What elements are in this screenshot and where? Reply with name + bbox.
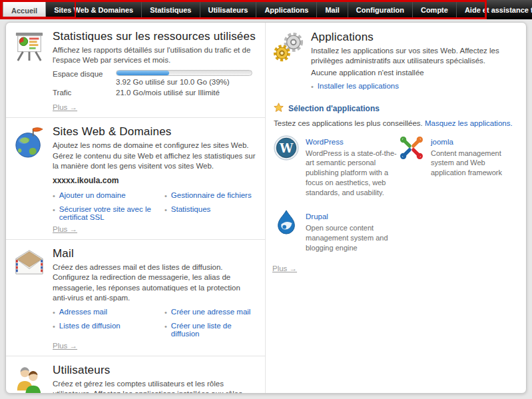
tab-compte[interactable]: Compte [413,0,457,19]
top-navigation-bar: Accueil Sites Web & Domaines Statistique… [0,0,532,19]
main-panel: Statistiques sur les ressources utilisée… [5,22,527,394]
users-icon [14,364,53,394]
mail-title: Mail [53,247,257,260]
applications-description: Installez les applications sur vos sites… [311,46,517,66]
app-card-drupal: Drupal Open source content management sy… [274,210,399,253]
link-secure-ssl[interactable]: Sécuriser votre site avec le certificat … [59,205,159,221]
link-add-domain[interactable]: Ajouter un domaine [59,191,126,199]
disk-usage-text: 3.92 Go utilisé sur 10.0 Go (39%) [116,78,257,86]
bullet-icon: • [164,205,167,214]
resource-stats-description: Affichez les rapports détaillés sur l'ut… [53,45,257,65]
section-websites-domains: Sites Web & Domaines Ajoutez les noms de… [6,117,265,239]
link-install-applications[interactable]: Installer les applications [318,82,399,90]
traffic-label: Trafic [53,89,116,97]
bullet-icon: • [53,205,55,214]
websites-domains-description: Ajoutez les noms de domaine et configure… [53,141,257,171]
hide-applications-link[interactable]: Masquez les applications. [425,119,513,127]
featured-apps-heading: Sélection d'applications [288,104,380,113]
drupal-link[interactable]: Drupal [306,212,328,220]
users-title: Utilisateurs [53,364,257,377]
tab-configuration[interactable]: Configuration [348,0,413,19]
link-mail-addresses[interactable]: Adresses mail [59,308,107,316]
websites-domains-more-link[interactable]: Plus → [53,225,77,233]
applications-status-text: Aucune application n'est installée [311,69,517,77]
drupal-description: Open source content management system an… [306,223,399,253]
featured-apps-intro: Testez ces applications les plus conseil… [274,119,423,127]
featured-apps-more-link[interactable]: Plus → [272,264,297,272]
domain-name: xxxxx.ikoula.com [53,176,257,185]
app-card-joomla: joomla Content management system and Web… [399,135,517,198]
link-create-mail-address[interactable]: Créer une adresse mail [171,308,251,316]
disk-space-row: Espace disque 3.92 Go utilisé sur 10.0 G… [53,70,257,86]
bullet-icon: • [164,191,167,200]
traffic-row: Trafic 21.0 Go/mois utilisé sur Illimité [53,89,257,97]
tab-utilisateurs[interactable]: Utilisateurs [200,0,257,19]
bullet-icon: • [164,322,167,331]
bullet-icon: • [164,308,167,317]
websites-domains-title: Sites Web & Domaines [53,125,257,139]
link-statistics[interactable]: Statistiques [171,205,210,213]
link-file-manager[interactable]: Gestionnaire de fichiers [171,191,252,199]
star-icon [274,103,284,115]
tab-accueil[interactable]: Accueil [3,1,46,19]
tab-statistiques[interactable]: Statistiques [142,0,200,19]
bullet-icon: • [53,322,55,331]
bullet-icon: • [53,308,55,317]
section-mail: Mail Créez des adresses mail et des list… [6,239,265,356]
globe-flag-icon [14,125,53,236]
link-create-mailing-list[interactable]: Créer une liste de diffusion [171,322,257,338]
bullet-icon: • [53,191,55,200]
disk-usage-progress-fill [117,71,169,75]
joomla-link[interactable]: joomla [431,138,453,146]
users-description: Créez et gérez les comptes utilisateurs … [53,379,257,394]
svg-text:W: W [279,141,294,155]
section-resource-stats: Statistiques sur les ressources utilisée… [6,23,265,117]
wordpress-link[interactable]: WordPress [306,138,344,146]
app-card-wordpress: W WordPress WordPress is a state-of-the-… [274,135,399,198]
gears-icon [272,31,311,92]
bullet-icon: • [311,82,314,91]
left-column: Statistiques sur les ressources utilisée… [6,23,266,393]
disk-space-label: Espace disque [53,70,116,86]
tab-aide-assistance[interactable]: Aide et assistance technique [457,0,532,19]
applications-title: Applications [311,31,517,44]
tab-mail[interactable]: Mail [317,0,348,19]
statistics-chart-icon [14,30,53,114]
mail-more-link[interactable]: Plus → [53,342,77,350]
joomla-description: Content management system and Web applic… [431,149,517,179]
envelope-icon [14,247,53,352]
section-applications: Applications Installez les applications … [272,31,517,92]
resource-stats-title: Statistiques sur les ressources utilisée… [53,30,257,43]
disk-usage-progressbar [116,70,252,76]
mail-description: Créez des adresses mail et des listes de… [53,262,257,303]
drupal-logo-icon [274,210,299,253]
right-column: Applications Installez les applications … [266,23,526,393]
tab-applications[interactable]: Applications [256,0,317,19]
joomla-logo-icon [399,135,424,198]
tab-sites-web-domaines[interactable]: Sites Web & Domaines [46,0,142,19]
wordpress-description: WordPress is a state-of-the-art semantic… [306,149,399,198]
section-users: Utilisateurs Créez et gérez les comptes … [6,356,265,394]
wordpress-logo-icon: W [274,135,299,198]
traffic-usage-text: 21.0 Go/mois utilisé sur Illimité [116,89,257,97]
resource-stats-more-link[interactable]: Plus → [53,103,77,111]
link-mailing-lists[interactable]: Listes de diffusion [59,322,121,330]
